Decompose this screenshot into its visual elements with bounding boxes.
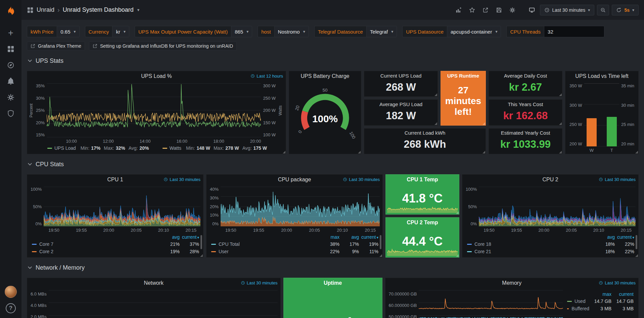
panel-time-override[interactable]: Last 30 minutes xyxy=(343,177,380,182)
panel-title[interactable]: Current Load kWh xyxy=(364,129,486,137)
panel-time-override[interactable]: Last 12 hours xyxy=(250,74,283,79)
variable-value-dropdown[interactable]: Telegraf▾ xyxy=(366,26,397,37)
legend-col-header[interactable]: max xyxy=(320,234,339,240)
series-name[interactable]: Buffered xyxy=(567,306,589,311)
panel-title[interactable]: UPS Runtime xyxy=(441,71,486,80)
time-range-picker[interactable]: Last 30 minutes ▾ xyxy=(540,5,595,15)
network-plot[interactable] xyxy=(49,290,278,318)
legend-col-header[interactable]: current▾ xyxy=(615,234,634,240)
sidebar-item-alerting[interactable] xyxy=(3,74,18,89)
series-name[interactable]: User xyxy=(211,249,320,254)
help-button[interactable]: ? xyxy=(6,303,16,313)
cpu-package-plot[interactable] xyxy=(221,187,380,226)
bar-chart-plot[interactable] xyxy=(584,83,619,146)
panel-resize-handle[interactable] xyxy=(434,122,437,125)
series-name[interactable]: Watts xyxy=(170,145,181,151)
panel-title[interactable]: CPU 1 Temp xyxy=(386,175,459,185)
panel-resize-handle[interactable] xyxy=(456,211,459,214)
sidebar-item-server-admin[interactable] xyxy=(3,106,18,121)
legend-col-header[interactable]: avg xyxy=(339,234,359,240)
panel-resize-handle[interactable] xyxy=(635,254,638,257)
panel-title[interactable]: CPU 2 Temp xyxy=(386,218,459,228)
cpu-threads-input[interactable] xyxy=(544,26,604,37)
panel-resize-handle[interactable] xyxy=(482,122,485,125)
series-name[interactable]: UPS Load xyxy=(54,145,76,151)
x-tick: 20:05 xyxy=(131,228,142,233)
panel-title[interactable]: Uptime xyxy=(284,278,382,288)
row-header-cpu-stats[interactable]: CPU Stats xyxy=(27,154,639,174)
cpu2-plot[interactable] xyxy=(479,187,636,226)
dashboard-settings-button[interactable] xyxy=(507,5,518,15)
panel-resize-handle[interactable] xyxy=(379,254,382,257)
series-name[interactable]: Core 7 xyxy=(32,241,160,247)
variable-value-dropdown[interactable]: Nostromo▾ xyxy=(274,26,309,37)
ups-load-plot[interactable] xyxy=(47,83,261,137)
legend-scrollbar[interactable] xyxy=(380,235,381,249)
panel-time-override[interactable]: Last 30 minutes xyxy=(599,177,636,182)
panel-time-override[interactable]: Last 30 minutes xyxy=(241,280,278,285)
chart-area: 40% 30% 20% 10% 0% 19:50 19:55 20:00 20:… xyxy=(206,185,382,234)
legend-scrollbar[interactable] xyxy=(200,235,202,249)
sidebar-item-create[interactable]: + xyxy=(3,26,18,40)
panel-title[interactable]: UPS Load % xyxy=(27,71,286,81)
breadcrumb-folder[interactable]: Unraid xyxy=(37,6,54,13)
panel-title[interactable]: Average PSU Load xyxy=(364,100,438,108)
legend-col-header[interactable]: avg xyxy=(595,234,615,240)
series-name[interactable]: Core 21 xyxy=(467,249,595,254)
sidebar-item-configuration[interactable] xyxy=(3,90,18,105)
row-header-ups-stats[interactable]: UPS Stats xyxy=(27,51,639,71)
panel-resize-handle[interactable] xyxy=(559,122,562,125)
star-dashboard-button[interactable] xyxy=(467,5,477,15)
panel-resize-handle[interactable] xyxy=(482,151,485,153)
panel-resize-handle[interactable] xyxy=(559,93,562,96)
variable-value-dropdown[interactable]: apcupsd-container▾ xyxy=(447,26,501,37)
panel-resize-handle[interactable] xyxy=(283,151,285,153)
legend-col-header[interactable]: current▾ xyxy=(180,234,199,240)
sidebar-item-explore[interactable] xyxy=(3,58,18,73)
cycle-view-button[interactable] xyxy=(526,5,537,15)
panel-resize-handle[interactable] xyxy=(358,151,361,153)
cpu1-plot[interactable] xyxy=(44,187,200,226)
legend-col-header[interactable]: current xyxy=(611,291,634,297)
panel-title[interactable]: Current UPS Load xyxy=(364,71,438,80)
series-name[interactable]: Core 2 xyxy=(32,249,160,254)
panel-title[interactable]: Average Daily Cost xyxy=(489,71,562,80)
variable-cpu-threads: CPU Threads xyxy=(506,26,604,37)
panel-title[interactable]: This Years Cost xyxy=(489,100,562,108)
series-name[interactable]: CPU Total xyxy=(211,241,320,247)
legend-scrollbar[interactable] xyxy=(636,235,637,249)
sidebar-item-dashboards[interactable] xyxy=(3,42,18,56)
legend-col-header[interactable]: current▾ xyxy=(359,234,378,240)
zoom-out-time-button[interactable] xyxy=(597,5,609,15)
x-tick: 19:55 xyxy=(253,228,264,233)
variable-value-dropdown[interactable]: kr▾ xyxy=(112,26,129,37)
row-header-network-memory[interactable]: Network / Memory xyxy=(27,258,639,278)
dashboard-link-plex-theme[interactable]: Grafana Plex Theme xyxy=(27,41,85,51)
memory-plot[interactable] xyxy=(419,290,563,318)
panel-title[interactable]: UPS Load vs Time left xyxy=(565,71,638,81)
variable-value-dropdown[interactable]: 865▾ xyxy=(231,26,252,37)
breadcrumb-dashboard-title[interactable]: Unraid System Dashboard xyxy=(63,6,134,13)
series-name[interactable]: Core 18 xyxy=(467,241,595,247)
user-avatar[interactable] xyxy=(5,286,17,298)
grafana-logo-icon[interactable] xyxy=(4,3,18,17)
dashboard-link-ups-guide[interactable]: Setting up Grafana and InfluxDB for UPS … xyxy=(89,41,237,51)
share-dashboard-button[interactable] xyxy=(480,5,491,15)
caret-down-icon[interactable]: ▾ xyxy=(137,7,140,12)
panel-title[interactable]: Estimated Yearly Cost xyxy=(489,129,562,137)
panel-resize-handle[interactable] xyxy=(635,151,638,153)
legend-col-header[interactable]: max xyxy=(589,291,611,297)
panel-title[interactable]: UPS Battery Charge xyxy=(289,71,361,81)
save-dashboard-button[interactable] xyxy=(494,5,504,15)
series-name[interactable]: Used xyxy=(567,299,589,304)
panel-resize-handle[interactable] xyxy=(456,254,459,257)
panel-resize-handle[interactable] xyxy=(200,254,203,257)
refresh-picker[interactable]: 5s ▾ xyxy=(612,5,639,15)
panel-resize-handle[interactable] xyxy=(434,93,437,96)
panel-resize-handle[interactable] xyxy=(559,151,562,153)
legend-col-header[interactable]: avg xyxy=(160,234,180,240)
add-panel-button[interactable] xyxy=(453,5,464,15)
panel-time-override[interactable]: Last 30 minutes xyxy=(599,280,636,285)
variable-value-dropdown[interactable]: 0.65▾ xyxy=(57,26,79,37)
panel-time-override[interactable]: Last 30 minutes xyxy=(164,177,200,182)
